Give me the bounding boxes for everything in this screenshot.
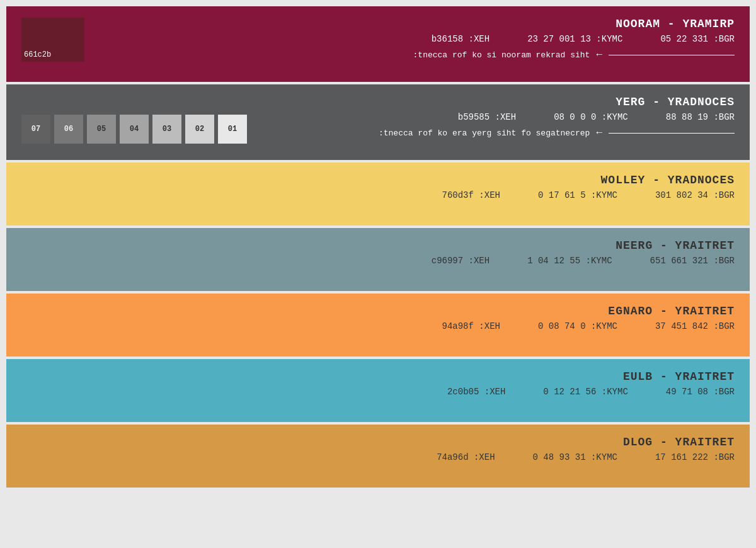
green-row: TERTIARY - GREEN HEX: 79969c CMYK: 55 21… <box>6 228 750 291</box>
maroon-values: HEX: 85163b CMYK: 31 100 72 32 RGB: 133 … <box>432 34 735 44</box>
orange-hex: HEX: f89a49 <box>442 321 500 331</box>
grey-swatch-50: 50 <box>87 115 116 144</box>
yellow-content: SECONDARY - YELLOW HEX: f3d067 CMYK: 5 1… <box>21 174 735 200</box>
grey-swatch-60: 60 <box>54 115 83 144</box>
blue-rgb: RGB: 80 17 94 <box>666 387 735 397</box>
gold-rgb: RGB: 222 161 71 <box>655 452 735 462</box>
maroon-arrow-label: this darker maroon is ok for accent: ← <box>413 49 735 60</box>
yellow-values: HEX: f3d067 CMYK: 5 16 71 0 RGB: 43 208 … <box>442 190 735 200</box>
grey-swatch-20: 20 <box>185 115 214 144</box>
maroon-accent-note: this darker maroon is ok for accent: <box>413 50 590 60</box>
grey-arrow-line <box>609 133 735 134</box>
green-hex: HEX: 79969c <box>432 256 490 266</box>
grey-swatch-30: 30 <box>152 115 181 144</box>
grey-swatch-40: 40 <box>120 115 149 144</box>
orange-row: TERTIARY - ORANGE HEX: f89a49 CMYK: 0 47… <box>6 294 750 357</box>
green-content: TERTIARY - GREEN HEX: 79969c CMYK: 55 21… <box>21 239 735 266</box>
grey-info: SECONDARY - GREY HEX: 58595b CMYK: 0 0 0… <box>379 96 735 144</box>
grey-cmyk: CMYK: 0 0 0 80 <box>554 112 628 122</box>
grey-hex: HEX: 58595b <box>458 112 516 122</box>
yellow-rgb: RGB: 43 208 103 <box>655 190 735 200</box>
orange-rgb: RGB: 248 154 73 <box>655 321 735 331</box>
grey-arrow-label: percentages of this grey are ok for acce… <box>379 127 735 139</box>
blue-cmyk: CMYK: 65 12 21 0 <box>543 387 627 397</box>
grey-arrow-icon: ← <box>596 127 602 139</box>
green-rgb: RGB: 123 166 156 <box>650 256 735 266</box>
yellow-row: SECONDARY - YELLOW HEX: f3d067 CMYK: 5 1… <box>6 163 750 225</box>
maroon-title: PRIMARY - MAROON <box>616 18 735 30</box>
grey-title: SECONDARY - GREY <box>616 96 735 108</box>
gold-row: TERTIARY - GOLD HEX: d69a47 CMYK: 13 39 … <box>6 425 750 488</box>
grey-swatch-10: 10 <box>218 115 247 144</box>
grey-values: HEX: 58595b CMYK: 0 0 0 80 RGB: 91 88 88 <box>458 112 735 122</box>
grey-swatch-70: 70 <box>21 115 50 144</box>
orange-content: TERTIARY - ORANGE HEX: f89a49 CMYK: 0 47… <box>21 305 735 331</box>
swatch-hex-label: b2c166 <box>24 50 51 59</box>
gold-title: TERTIARY - GOLD <box>623 436 735 448</box>
gold-hex: HEX: d69a47 <box>437 452 495 462</box>
maroon-row: b2c166 PRIMARY - MAROON HEX: 85163b CMYK… <box>6 6 750 82</box>
orange-title: TERTIARY - ORANGE <box>608 305 735 317</box>
maroon-rgb: RGB: 133 22 50 <box>660 34 735 44</box>
maroon-cmyk: CMYK: 31 100 72 32 <box>527 34 622 44</box>
gold-content: TERTIARY - GOLD HEX: d69a47 CMYK: 13 39 … <box>21 436 735 462</box>
green-values: HEX: 79969c CMYK: 55 21 40 1 RGB: 123 16… <box>432 256 735 266</box>
grey-accent-note: percentages of this grey are ok for acce… <box>379 128 590 138</box>
maroon-accent-swatch: b2c166 <box>21 18 84 62</box>
maroon-info: PRIMARY - MAROON HEX: 85163b CMYK: 31 10… <box>413 18 735 66</box>
grey-swatches: 10 20 30 40 50 60 70 <box>21 115 247 144</box>
arrow-icon: ← <box>596 49 602 60</box>
gold-cmyk: CMYK: 13 39 84 0 <box>533 452 617 462</box>
blue-title: TERTIARY - BLUE <box>623 370 735 383</box>
orange-values: HEX: f89a49 CMYK: 0 47 80 0 RGB: 248 154… <box>442 321 735 331</box>
orange-cmyk: CMYK: 0 47 80 0 <box>538 321 617 331</box>
blue-content: TERTIARY - BLUE HEX: 50b0c2 CMYK: 65 12 … <box>21 370 735 397</box>
yellow-title: SECONDARY - YELLOW <box>601 174 735 186</box>
gold-values: HEX: d69a47 CMYK: 13 39 84 0 RGB: 222 16… <box>437 452 735 462</box>
arrow-line <box>609 55 735 55</box>
grey-rgb: RGB: 91 88 88 <box>666 112 735 122</box>
maroon-swatch-area: b2c166 <box>21 18 84 62</box>
blue-hex: HEX: 50b0c2 <box>447 387 505 397</box>
blue-row: TERTIARY - BLUE HEX: 50b0c2 CMYK: 65 12 … <box>6 359 750 422</box>
grey-row: 10 20 30 40 50 60 70 SECONDARY - GREY HE… <box>6 84 750 160</box>
maroon-hex: HEX: 85163b <box>432 34 490 44</box>
yellow-hex: HEX: f3d067 <box>442 190 500 200</box>
green-title: TERTIARY - GREEN <box>616 239 735 252</box>
green-cmyk: CMYK: 55 21 40 1 <box>527 256 612 266</box>
blue-values: HEX: 50b0c2 CMYK: 65 12 21 0 RGB: 80 17 … <box>447 387 735 397</box>
yellow-cmyk: CMYK: 5 16 71 0 <box>538 190 617 200</box>
